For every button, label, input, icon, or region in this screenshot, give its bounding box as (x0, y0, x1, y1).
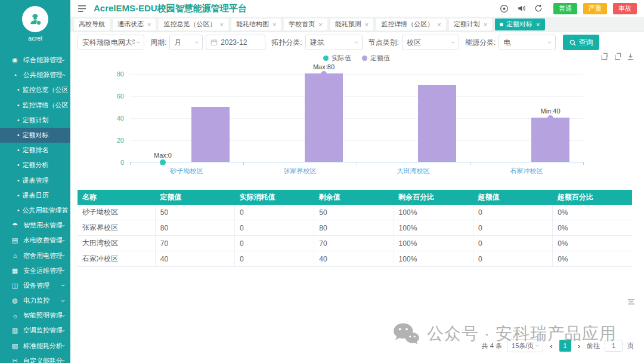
table-row[interactable]: 大田湾校区70070100%00% (78, 236, 632, 251)
sidebar-item-hvac-monitor[interactable]: ▥空调监控管理› (0, 323, 70, 338)
sidebar-item-safety-ops[interactable]: ▦安全运维管理› (0, 263, 70, 278)
column-header[interactable]: 定额值 (155, 190, 234, 205)
table-row[interactable]: 石家冲校区40040100%00% (78, 251, 632, 267)
tab-comm-status[interactable]: 通讯状态× (113, 19, 156, 30)
prev-page-button[interactable]: ‹ (548, 342, 554, 350)
sidebar-subitem[interactable]: •定额分析 (0, 158, 70, 173)
close-icon[interactable]: × (219, 21, 223, 28)
close-icon[interactable]: × (365, 21, 369, 28)
sidebar-item-smart-lighting[interactable]: ☼智能照明管理› (0, 308, 70, 323)
refresh-icon[interactable] (534, 4, 543, 13)
markpoint-label: Max:80 (305, 63, 343, 70)
speaker-icon[interactable] (517, 4, 526, 13)
x-axis-label[interactable]: 石家冲校区 (470, 167, 583, 176)
table-row[interactable]: 砂子坳校区50050100%00% (78, 205, 632, 220)
table-cell: 100% (394, 205, 473, 220)
bullet-icon: • (17, 192, 20, 199)
chevron-down-icon: › (193, 41, 201, 44)
tab-energy-forecast[interactable]: 能耗预测× (330, 19, 373, 30)
tab-campus-nav[interactable]: 高校导航 (74, 19, 110, 30)
legend-item-定额值[interactable]: 定额值 (362, 54, 390, 63)
x-axis-label[interactable]: 砂子坳校区 (130, 167, 243, 176)
bar-定额值[interactable] (531, 118, 569, 162)
sidebar-subitem[interactable]: •定额排名 (0, 143, 70, 158)
alarm-badge-severe[interactable]: 严重 (583, 3, 607, 14)
close-icon[interactable]: × (437, 21, 441, 28)
sidebar-item-power-monitor[interactable]: ◍电力监控› (0, 293, 70, 308)
table-cell: 80 (314, 220, 394, 236)
toolbox-dataview-icon[interactable] (600, 53, 608, 60)
tab-quota-benchmark[interactable]: 定额对标× (495, 19, 544, 30)
sidebar-item-device-mgmt[interactable]: ◫设备管理› (0, 278, 70, 293)
tab-school-home[interactable]: 学校首页× (284, 19, 327, 30)
quota-table: 名称定额值实际消耗值剩余值剩余百分比超额值超额百分比砂子坳校区50050100%… (78, 190, 632, 267)
node-select[interactable]: 校区 › (402, 35, 459, 50)
sidebar-subitem[interactable]: •课表管理 (0, 173, 70, 188)
bar-定额值[interactable] (191, 107, 230, 162)
date-picker[interactable]: 2023-12 (206, 35, 265, 50)
energy-select[interactable]: 电 › (499, 35, 556, 50)
sidebar-item-utility-billing[interactable]: ▤水电收费管理› (0, 233, 70, 248)
column-header[interactable]: 剩余百分比 (394, 190, 473, 205)
topo-select[interactable]: 建筑 › (305, 35, 363, 50)
sidebar-item-public-energy[interactable]: ◔公共能源管理› (0, 67, 70, 82)
chevron-down-icon: › (546, 41, 554, 44)
legend-item-实际值[interactable]: 实际值 (323, 54, 351, 63)
sidebar-item-dorm-power[interactable]: ⌂宿舍用电管理› (0, 248, 70, 263)
sidebar-item-label: 公共能源管理 (23, 70, 62, 79)
bar-定额值[interactable] (305, 73, 343, 162)
sidebar-subitem[interactable]: •定额对标 (0, 128, 70, 143)
collapse-menu-icon[interactable] (78, 5, 86, 13)
close-icon[interactable]: × (484, 21, 487, 28)
avatar[interactable] (22, 6, 48, 32)
sidebar-subitem[interactable]: •课表日历 (0, 188, 70, 203)
school-select[interactable]: 安科瑞微电网大学 › (78, 35, 144, 50)
column-header[interactable]: 超额百分比 (553, 190, 632, 205)
table-cell: 70 (155, 236, 234, 251)
column-header[interactable]: 名称 (78, 190, 155, 205)
tab-quota-plan[interactable]: 定额计划× (449, 19, 492, 30)
table-settings-icon[interactable] (627, 299, 635, 307)
toolbox-download-icon[interactable] (627, 53, 634, 60)
tab-energy-structure[interactable]: 能耗结构图× (231, 19, 281, 30)
table-cell: 50 (155, 205, 234, 220)
alarm-badge-accident[interactable]: 事故 (613, 3, 637, 14)
page-title: AcrelEMS-EDU校园智慧能源管理平台 (94, 3, 247, 14)
goto-page-input[interactable] (605, 340, 623, 352)
sidebar-subitem[interactable]: •公共用能管理首页 (0, 203, 70, 218)
sidebar-item-standard-energy[interactable]: ▧标准能耗分析› (0, 339, 70, 353)
column-header[interactable]: 剩余值 (314, 190, 394, 205)
current-page[interactable]: 1 (559, 340, 571, 352)
tab-monitor-detail[interactable]: 监控详情（公区）× (376, 19, 445, 30)
page-size-select[interactable]: 15条/页 › (507, 339, 543, 352)
tab-monitor-overview[interactable]: 监控总览（公区）× (159, 19, 228, 30)
chevron-down-icon: › (59, 224, 67, 227)
app-window: acrel ◉综合能源管理›◔公共能源管理›•监控总览（公区）•监控详情（公区）… (0, 0, 644, 363)
sidebar-item-smart-water[interactable]: ☂智慧用水管理› (0, 218, 70, 233)
x-axis-label[interactable]: 大田湾校区 (357, 167, 470, 176)
column-header[interactable]: 超额值 (473, 190, 552, 205)
target-icon[interactable] (500, 4, 509, 13)
close-icon[interactable]: × (147, 21, 151, 28)
table-row[interactable]: 张家界校区80080100%00% (78, 220, 632, 236)
bar-定额值[interactable] (418, 85, 456, 162)
next-page-button[interactable]: › (576, 342, 582, 350)
chevron-down-icon: › (59, 300, 67, 302)
column-header[interactable]: 实际消耗值 (235, 190, 314, 205)
chevron-down-icon: › (59, 269, 67, 272)
table-cell: 0% (553, 205, 632, 220)
sidebar-subitem[interactable]: •定额计划 (0, 113, 70, 128)
close-icon[interactable]: × (536, 21, 540, 28)
axis-tick-icon (583, 162, 584, 165)
period-select[interactable]: 月 › (169, 35, 203, 50)
query-button[interactable]: 查询 (563, 35, 599, 50)
toolbox-restore-icon[interactable] (614, 53, 621, 60)
x-axis-label[interactable]: 张家界校区 (243, 167, 357, 176)
sidebar-subitem[interactable]: •监控总览（公区） (0, 82, 70, 97)
alarm-badge-normal[interactable]: 普通 (553, 3, 577, 14)
sidebar-item-custom-energy[interactable]: ✂自定义能耗分析› (0, 353, 70, 363)
sidebar-item-comprehensive-energy[interactable]: ◉综合能源管理› (0, 53, 70, 67)
close-icon[interactable]: × (318, 21, 322, 28)
close-icon[interactable]: × (273, 21, 276, 28)
sidebar-subitem[interactable]: •监控详情（公区） (0, 98, 70, 113)
